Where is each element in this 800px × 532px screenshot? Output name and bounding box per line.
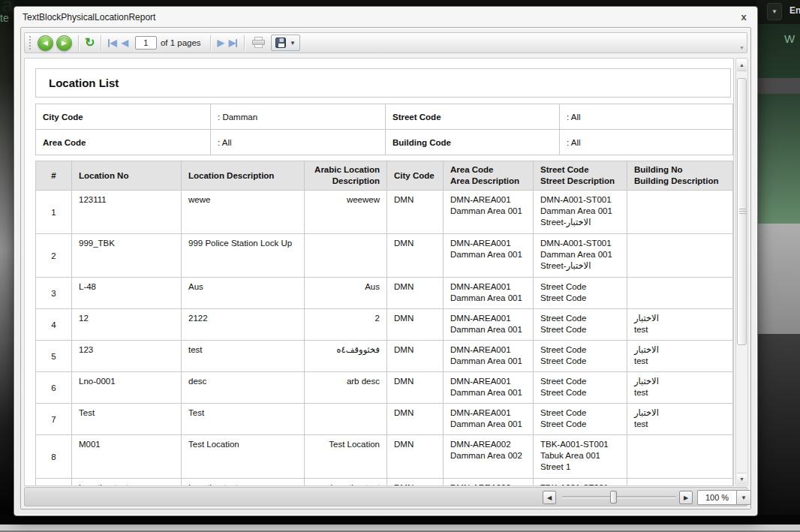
dialog-title: TextBlockPhysicalLocationReport	[23, 12, 155, 23]
table-cell: 123	[72, 341, 182, 372]
table-cell: الاختبارtest	[627, 372, 733, 404]
scroll-down-button[interactable]: ▼	[737, 473, 747, 485]
table-cell: 2	[305, 309, 387, 341]
forward-icon: ▶	[62, 39, 67, 47]
vertical-scrollbar[interactable]: ▲ ▼	[735, 58, 748, 486]
table-cell: 9	[36, 479, 72, 487]
table-cell: DMN-A001-ST001Damman Area 001Street-الاخ…	[534, 234, 627, 278]
table-cell: Location-test	[72, 479, 182, 487]
backdrop-partial-letter: W	[784, 32, 795, 45]
table-cell: Street CodeStreet Code	[534, 404, 627, 435]
scroll-up-button[interactable]: ▲	[737, 59, 747, 71]
close-icon: x	[741, 11, 746, 23]
table-cell: 8	[36, 435, 72, 479]
table-header-row: #Location NoLocation DescriptionArabic L…	[36, 161, 733, 191]
save-export-button[interactable]: ▼	[271, 35, 300, 51]
column-header: Street CodeStreet Description	[534, 161, 627, 191]
parameters-table: City Code : Damman Street Code : All Are…	[35, 104, 733, 155]
table-cell: Location-test	[305, 479, 387, 487]
table-cell: Test Location	[182, 435, 305, 479]
table-cell: الاختبارtest	[627, 404, 733, 435]
column-header: Building NoBuilding Description	[627, 161, 733, 191]
zoom-slider-thumb[interactable]	[610, 491, 617, 503]
table-cell: الاختبارtest	[627, 341, 733, 372]
table-cell: DMN-AREA001Damman Area 001	[444, 278, 534, 309]
previous-page-button[interactable]: ◀	[122, 38, 128, 48]
page-number-input[interactable]	[135, 36, 157, 50]
save-dropdown-icon[interactable]: ▼	[290, 40, 296, 47]
table-cell: 123111	[72, 191, 182, 234]
first-page-button[interactable]: ◀	[108, 38, 116, 48]
table-cell	[305, 404, 387, 435]
table-row: 3L-48AusAusDMNDMN-AREA001Damman Area 001…	[36, 278, 733, 309]
table-cell: desc	[182, 372, 305, 404]
close-button[interactable]: x	[737, 11, 750, 24]
toolbar-grip-handle[interactable]	[29, 36, 32, 50]
parameter-value: : All	[560, 104, 733, 130]
zoom-out-button[interactable]: ◀	[543, 491, 556, 504]
back-icon: ◀	[43, 39, 48, 47]
table-cell: DMN-AREA001Damman Area 001	[444, 372, 534, 404]
scrollbar-thumb[interactable]	[737, 78, 747, 345]
last-page-button[interactable]: ▶	[229, 38, 237, 48]
table-cell: Test	[182, 404, 305, 435]
table-cell: arb desc	[305, 372, 387, 404]
table-cell: DMN	[387, 479, 444, 487]
chevron-down-icon: ▼	[741, 494, 747, 501]
column-header: Area CodeArea Description	[444, 161, 534, 191]
table-cell: DMN-AREA001Damman Area 001	[444, 404, 534, 435]
dialog-titlebar[interactable]: TextBlockPhysicalLocationReport	[14, 7, 757, 27]
table-cell: Street CodeStreet Code	[534, 309, 627, 341]
last-page-icon	[236, 39, 237, 47]
toolbar-overflow-icon[interactable]: ▼	[739, 45, 744, 50]
backdrop-bottom-light-band	[0, 524, 800, 530]
table-cell: TBK-A001-ST001	[534, 479, 627, 487]
table-cell	[305, 234, 387, 278]
table-cell: Street CodeStreet Code	[534, 341, 627, 372]
next-page-icon: ▶	[218, 38, 224, 48]
back-button[interactable]: ◀	[38, 35, 53, 51]
table-cell: 2122	[182, 309, 305, 341]
location-table: #Location NoLocation DescriptionArabic L…	[35, 161, 733, 486]
table-cell: فخئووقف٤ه	[305, 341, 387, 372]
next-page-button[interactable]: ▶	[218, 38, 224, 48]
parameter-label: City Code	[36, 104, 211, 130]
column-header: #	[36, 161, 72, 191]
table-cell: wewe	[182, 191, 305, 234]
table-cell: 12	[72, 309, 182, 341]
table-cell: DMN-AREA002Damman Area 002	[444, 435, 534, 479]
table-cell: weewew	[305, 191, 387, 234]
zoom-statusbar: ◀ ▶ 100 % ▼	[24, 487, 747, 506]
previous-page-icon: ◀	[122, 38, 128, 48]
table-cell: Location-test	[182, 479, 305, 487]
zoom-level-value[interactable]: 100 %	[697, 490, 736, 505]
table-cell: DMN	[387, 309, 444, 341]
table-cell	[627, 278, 733, 309]
table-row: 6Lno-0001descarb descDMNDMN-AREA001Damma…	[36, 372, 733, 404]
table-cell: L-48	[72, 278, 182, 309]
forward-button[interactable]: ▶	[56, 35, 72, 51]
refresh-button[interactable]: ↻	[85, 35, 95, 50]
chevron-down-icon: ▼	[771, 8, 777, 15]
table-body: 1123111weweweewewDMNDMN-AREA001Damman Ar…	[36, 191, 733, 487]
table-cell: DMN-AREA002	[444, 479, 534, 487]
toolbar-separator	[78, 35, 79, 51]
parameter-value: : All	[560, 130, 733, 155]
scrollbar-grip-icon	[739, 209, 746, 215]
zoom-slider-track[interactable]	[562, 496, 676, 498]
parameter-label: Building Code	[386, 130, 560, 155]
zoom-dropdown-button[interactable]: ▼	[736, 490, 751, 505]
column-header: Location Description	[182, 161, 305, 191]
table-cell: 6	[36, 372, 72, 404]
table-row: 9Location-testLocation-testLocation-test…	[36, 479, 733, 487]
zoom-in-button[interactable]: ▶	[679, 491, 693, 504]
table-row: 2999_TBK999 Police Station Lock UpDMNDMN…	[36, 234, 733, 278]
table-cell: DMN-AREA001Damman Area 001	[444, 341, 534, 372]
language-dropdown-button[interactable]: ▼	[767, 3, 782, 20]
table-cell: DMN	[387, 234, 444, 278]
print-button[interactable]	[251, 37, 266, 49]
backdrop-right-strip	[756, 0, 800, 532]
table-cell	[627, 435, 733, 479]
screen: a te ▼ En W TextBlockPhysicalLocationRep…	[0, 0, 800, 532]
report-viewer-frame: ◀ ▶ ↻ ◀ ◀ of 1 pages	[20, 27, 751, 509]
